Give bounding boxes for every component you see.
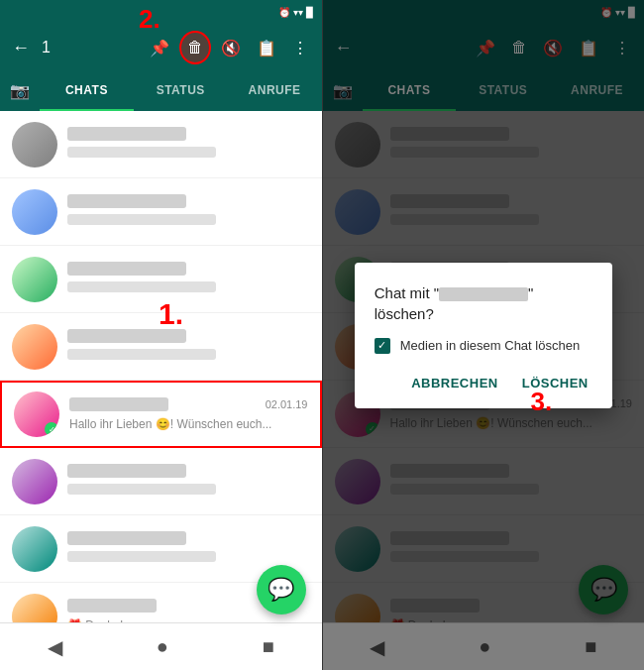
avatar-5: ✓ [14,391,59,437]
action-bar-left: ← 1 📌 🗑 🔇 📋 ⋮ [0,24,322,71]
chat-name-blur-3 [67,262,186,276]
chat-name-blur-4 [67,329,186,343]
dialog-overlay: Chat mit "" löschen? ✓ Medien in diesem … [323,0,645,670]
chat-name-blur-6 [67,464,186,478]
chat-item-5[interactable]: ✓ 02.01.19 Hallo ihr Lieben 😊! Wünschen … [0,381,322,448]
chat-preview-blur-2 [67,214,216,225]
archive-button[interactable]: 📋 [251,33,282,63]
dialog-contact-name [439,287,528,301]
home-nav-left[interactable]: ● [149,627,176,666]
recents-nav-left[interactable]: ■ [255,627,282,666]
avatar-8 [12,594,57,623]
chat-preview-blur-7 [67,551,216,562]
avatar-7 [12,526,57,572]
chat-time-5: 02.01.19 [266,398,308,410]
chat-name-blur-7 [67,531,186,545]
pin-button[interactable]: 📌 [144,33,175,63]
chat-preview-blur-3 [67,281,216,292]
chat-list-left: ✓ 02.01.19 Hallo ihr Lieben 😊! Wünschen … [0,111,322,622]
chat-item-3[interactable] [0,246,322,313]
chat-name-blur-1 [67,127,186,141]
avatar-tick-5: ✓ [45,422,58,436]
fab-compose-left[interactable]: 💬 [257,565,306,614]
avatar-6 [12,459,57,504]
chat-name-blur-2 [67,194,186,208]
chat-content-2 [67,194,310,229]
chat-name-5 [69,397,168,411]
action-icons-left: 📌 🗑 🔇 📋 ⋮ [144,31,314,64]
dialog-title-prefix: Chat mit " [375,284,439,301]
chat-item-2[interactable] [0,178,322,246]
camera-icon-left: 📷 [10,81,30,100]
compose-icon-left: 💬 [268,577,294,603]
alarm-icon: ⏰ [278,7,290,18]
delete-button-dialog[interactable]: LÖSCHEN [518,370,592,396]
chat-name-blur-8 [67,599,157,613]
cancel-button-dialog[interactable]: ABBRECHEN [407,370,502,396]
dialog-actions: ABBRECHEN LÖSCHEN [375,370,592,396]
back-nav-left[interactable]: ◀ [40,627,70,667]
tabs-left: 📷 CHATS STATUS ANRUFE [0,71,322,111]
left-panel: ⏰ ▾▾ ▉ ← 1 📌 🗑 🔇 📋 ⋮ 📷 CHATS STATUS ANRU… [0,0,322,670]
right-panel: ⏰ ▾▾ ▉ ← 📌 🗑 🔇 📋 ⋮ 📷 CHATS STATUS ANRUFE [323,0,645,670]
chat-preview-5: Hallo ihr Lieben 😊! Wünschen euch... [69,417,271,431]
tab-anrufe-left[interactable]: ANRUFE [228,71,322,109]
mute-button[interactable]: 🔇 [215,33,247,63]
selected-count: 1 [42,39,136,56]
chat-preview-blur-1 [67,147,216,158]
delete-media-label: Medien in diesem Chat löschen [400,338,580,353]
tab-chats-left[interactable]: CHATS [40,71,134,109]
chat-content-7 [67,531,310,566]
chat-item-1[interactable] [0,111,322,178]
delete-button[interactable]: 🗑 [179,31,211,64]
tab-status-left[interactable]: STATUS [134,71,228,109]
chat-content-3 [67,262,310,296]
delete-media-checkbox[interactable]: ✓ [375,338,390,354]
avatar-1 [12,122,57,168]
avatar-4 [12,324,57,370]
status-icons-left: ⏰ ▾▾ ▉ [278,7,314,18]
avatar-2 [12,189,57,235]
chat-preview-blur-6 [67,484,216,495]
chat-preview-8: 🎁 Danke! [67,618,123,622]
chat-preview-blur-4 [67,349,216,360]
chat-content-1 [67,127,310,162]
dialog-title: Chat mit "" löschen? [375,282,592,324]
back-button-left[interactable]: ← [8,34,34,62]
camera-tab-left[interactable]: 📷 [0,71,40,109]
battery-icon: ▉ [306,7,314,18]
chat-content-5: 02.01.19 Hallo ihr Lieben 😊! Wünschen eu… [69,397,308,432]
checkmark-icon: ✓ [377,339,386,352]
status-bar-left: ⏰ ▾▾ ▉ [0,0,322,24]
more-button[interactable]: ⋮ [286,33,314,63]
bottom-nav-left: ◀ ● ■ [0,622,322,670]
chat-content-4 [67,329,310,364]
chat-item-4[interactable] [0,313,322,381]
signal-icon: ▾▾ [293,7,303,18]
delete-dialog: Chat mit "" löschen? ✓ Medien in diesem … [355,263,612,408]
dialog-checkbox-row[interactable]: ✓ Medien in diesem Chat löschen [375,338,592,354]
chat-content-6 [67,464,310,499]
avatar-3 [12,257,57,302]
chat-item-6[interactable] [0,448,322,515]
